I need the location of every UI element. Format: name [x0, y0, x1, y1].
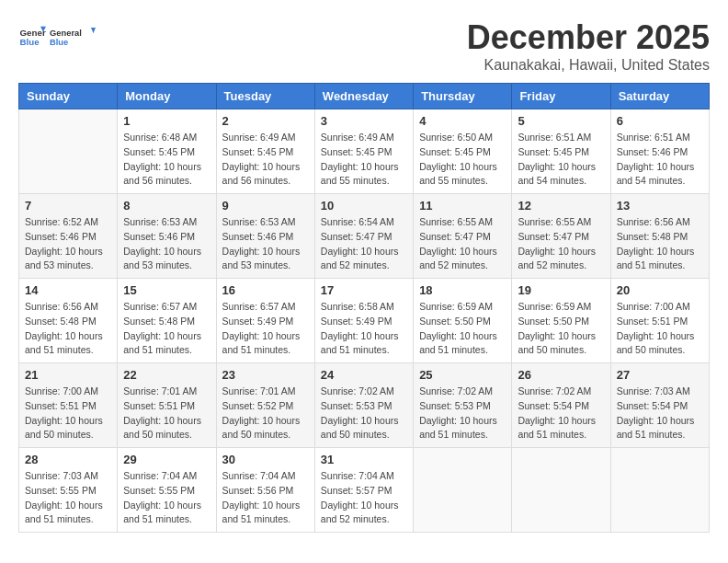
calendar-table: Sunday Monday Tuesday Wednesday Thursday…: [18, 83, 710, 533]
svg-text:Blue: Blue: [20, 37, 40, 47]
day-number: 10: [321, 199, 407, 213]
sunset-text: Sunset: 5:54 PM: [617, 400, 688, 411]
sunset-text: Sunset: 5:55 PM: [123, 485, 195, 496]
sunrise-text: Sunrise: 6:48 AM: [123, 132, 197, 143]
daylight-text: Daylight: 10 hours and 52 minutes.: [419, 246, 497, 271]
sunset-text: Sunset: 5:49 PM: [222, 316, 294, 327]
table-row: 19 Sunrise: 6:59 AM Sunset: 5:50 PM Dayl…: [512, 279, 610, 363]
day-number: 28: [25, 453, 111, 466]
daylight-text: Daylight: 10 hours and 51 minutes.: [518, 415, 596, 441]
table-row: 24 Sunrise: 7:02 AM Sunset: 5:53 PM Dayl…: [314, 363, 413, 448]
table-row: 8 Sunrise: 6:53 AM Sunset: 5:46 PM Dayli…: [118, 194, 216, 279]
table-row: 10 Sunrise: 6:54 AM Sunset: 5:47 PM Dayl…: [314, 194, 413, 279]
cell-info: Sunrise: 7:00 AM Sunset: 5:51 PM Dayligh…: [617, 300, 703, 358]
table-row: 12 Sunrise: 6:55 AM Sunset: 5:47 PM Dayl…: [512, 194, 610, 279]
sunset-text: Sunset: 5:53 PM: [419, 400, 491, 411]
sunset-text: Sunset: 5:46 PM: [25, 231, 97, 242]
day-number: 25: [419, 368, 506, 382]
table-row: 1 Sunrise: 6:48 AM Sunset: 5:45 PM Dayli…: [118, 109, 216, 194]
sunrise-text: Sunrise: 6:55 AM: [518, 216, 591, 227]
sunset-text: Sunset: 5:46 PM: [123, 231, 195, 242]
daylight-text: Daylight: 10 hours and 52 minutes.: [518, 246, 596, 271]
col-thursday: Thursday: [414, 84, 512, 109]
sunrise-text: Sunrise: 7:02 AM: [419, 385, 493, 396]
daylight-text: Daylight: 10 hours and 56 minutes.: [222, 161, 301, 187]
table-row: 16 Sunrise: 6:57 AM Sunset: 5:49 PM Dayl…: [216, 279, 314, 363]
table-row: [610, 448, 709, 533]
sunset-text: Sunset: 5:45 PM: [123, 146, 195, 157]
table-row: 7 Sunrise: 6:52 AM Sunset: 5:46 PM Dayli…: [19, 194, 118, 279]
sunrise-text: Sunrise: 6:49 AM: [321, 132, 394, 143]
sunset-text: Sunset: 5:50 PM: [419, 316, 491, 327]
sunset-text: Sunset: 5:57 PM: [321, 485, 392, 496]
col-saturday: Saturday: [610, 84, 709, 109]
table-row: 26 Sunrise: 7:02 AM Sunset: 5:54 PM Dayl…: [512, 363, 610, 448]
sunrise-text: Sunrise: 6:59 AM: [419, 301, 493, 312]
daylight-text: Daylight: 10 hours and 51 minutes.: [419, 415, 497, 441]
table-row: 20 Sunrise: 7:00 AM Sunset: 5:51 PM Dayl…: [610, 279, 709, 363]
sunrise-text: Sunrise: 6:56 AM: [617, 216, 690, 227]
col-sunday: Sunday: [19, 84, 118, 109]
daylight-text: Daylight: 10 hours and 51 minutes.: [123, 330, 201, 356]
day-number: 8: [123, 199, 210, 213]
sunrise-text: Sunrise: 7:03 AM: [25, 470, 98, 481]
sunrise-text: Sunrise: 6:57 AM: [222, 301, 296, 312]
daylight-text: Daylight: 10 hours and 51 minutes.: [321, 330, 399, 356]
daylight-text: Daylight: 10 hours and 50 minutes.: [617, 330, 695, 356]
sunrise-text: Sunrise: 7:02 AM: [518, 385, 591, 396]
cell-info: Sunrise: 7:04 AM Sunset: 5:55 PM Dayligh…: [123, 469, 210, 527]
day-number: 27: [617, 368, 703, 382]
table-row: 18 Sunrise: 6:59 AM Sunset: 5:50 PM Dayl…: [414, 279, 512, 363]
daylight-text: Daylight: 10 hours and 50 minutes.: [518, 330, 596, 356]
cell-info: Sunrise: 7:02 AM Sunset: 5:53 PM Dayligh…: [321, 385, 407, 442]
day-number: 20: [617, 283, 703, 297]
daylight-text: Daylight: 10 hours and 53 minutes.: [222, 246, 301, 271]
day-number: 1: [123, 114, 210, 128]
sunset-text: Sunset: 5:51 PM: [25, 400, 97, 411]
day-number: 6: [617, 114, 703, 128]
sunrise-text: Sunrise: 7:01 AM: [123, 385, 197, 396]
sunrise-text: Sunrise: 6:54 AM: [321, 216, 394, 227]
sunset-text: Sunset: 5:45 PM: [321, 146, 392, 157]
daylight-text: Daylight: 10 hours and 53 minutes.: [25, 246, 103, 271]
daylight-text: Daylight: 10 hours and 50 minutes.: [123, 415, 201, 441]
cell-info: Sunrise: 7:03 AM Sunset: 5:55 PM Dayligh…: [25, 469, 111, 527]
daylight-text: Daylight: 10 hours and 51 minutes.: [617, 415, 695, 441]
cell-info: Sunrise: 6:52 AM Sunset: 5:46 PM Dayligh…: [25, 215, 111, 273]
sunrise-text: Sunrise: 6:56 AM: [25, 301, 98, 312]
table-row: 15 Sunrise: 6:57 AM Sunset: 5:48 PM Dayl…: [118, 279, 216, 363]
day-number: 31: [321, 453, 407, 466]
day-number: 11: [419, 199, 506, 213]
sunrise-text: Sunrise: 6:58 AM: [321, 301, 394, 312]
col-tuesday: Tuesday: [216, 84, 314, 109]
table-row: 25 Sunrise: 7:02 AM Sunset: 5:53 PM Dayl…: [414, 363, 512, 448]
sunrise-text: Sunrise: 6:52 AM: [25, 216, 98, 227]
sunset-text: Sunset: 5:48 PM: [123, 316, 195, 327]
sunset-text: Sunset: 5:52 PM: [222, 400, 294, 411]
cell-info: Sunrise: 6:53 AM Sunset: 5:46 PM Dayligh…: [123, 215, 210, 273]
cell-info: Sunrise: 7:04 AM Sunset: 5:56 PM Dayligh…: [222, 469, 309, 527]
sunrise-text: Sunrise: 7:01 AM: [222, 385, 296, 396]
cell-info: Sunrise: 6:57 AM Sunset: 5:48 PM Dayligh…: [123, 300, 210, 358]
table-row: 21 Sunrise: 7:00 AM Sunset: 5:51 PM Dayl…: [19, 363, 118, 448]
cell-info: Sunrise: 6:55 AM Sunset: 5:47 PM Dayligh…: [419, 215, 506, 273]
cell-info: Sunrise: 6:58 AM Sunset: 5:49 PM Dayligh…: [321, 300, 407, 358]
sunset-text: Sunset: 5:55 PM: [25, 485, 97, 496]
logo-image: General Blue: [50, 18, 96, 55]
sunrise-text: Sunrise: 6:50 AM: [419, 132, 493, 143]
location-title: Kaunakakai, Hawaii, United States: [467, 57, 710, 74]
sunrise-text: Sunrise: 6:57 AM: [123, 301, 197, 312]
day-number: 16: [222, 283, 309, 297]
calendar-week-row: 28 Sunrise: 7:03 AM Sunset: 5:55 PM Dayl…: [19, 448, 710, 533]
sunset-text: Sunset: 5:46 PM: [617, 146, 688, 157]
sunrise-text: Sunrise: 7:04 AM: [321, 470, 394, 481]
calendar-week-row: 21 Sunrise: 7:00 AM Sunset: 5:51 PM Dayl…: [19, 363, 710, 448]
daylight-text: Daylight: 10 hours and 56 minutes.: [123, 161, 201, 187]
sunrise-text: Sunrise: 7:04 AM: [123, 470, 197, 481]
daylight-text: Daylight: 10 hours and 51 minutes.: [123, 500, 201, 525]
daylight-text: Daylight: 10 hours and 51 minutes.: [419, 330, 497, 356]
sunset-text: Sunset: 5:56 PM: [222, 485, 294, 496]
day-number: 23: [222, 368, 309, 382]
table-row: 2 Sunrise: 6:49 AM Sunset: 5:45 PM Dayli…: [216, 109, 314, 194]
daylight-text: Daylight: 10 hours and 50 minutes.: [321, 415, 399, 441]
